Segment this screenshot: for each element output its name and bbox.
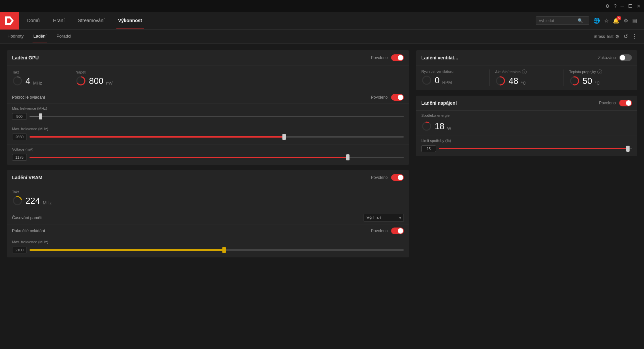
nav-streamovani[interactable]: Streamování [76, 12, 106, 29]
gpu-minfreq-value: 500 [12, 113, 27, 120]
vram-metrics-row: Takt 224 MHz [7, 185, 409, 211]
sub-nav-tabs: Hodnoty Ladění Poradci [7, 30, 72, 43]
svg-point-6 [423, 76, 431, 84]
vram-enabled-toggle[interactable] [391, 174, 404, 181]
vram-takt-gauge [12, 195, 23, 206]
gpu-advanced-label: Pokročilé ovládání [12, 95, 45, 100]
gpu-advanced-enabled-label: Povoleno [371, 95, 388, 100]
sub-nav: Hodnoty Ladění Poradci Stress Test ⚙ ↺ ⋮ [0, 30, 644, 44]
fan-temp-unit: °C [521, 81, 526, 86]
gpu-advanced-row: Pokročilé ovládání Povoleno [7, 91, 409, 103]
gpu-voltagemv-track[interactable] [30, 154, 404, 161]
svg-point-0 [13, 77, 21, 85]
restore-icon[interactable]: ⧠ [628, 3, 633, 9]
main-content: Ladění GPU Povoleno Takt [0, 44, 644, 349]
gpu-minfreq-track[interactable] [30, 113, 404, 120]
fan-enabled-toggle[interactable] [619, 54, 632, 61]
gpu-takt-metric: Takt 4 MHz [12, 70, 42, 86]
vram-takt-value: 224 [25, 196, 40, 205]
globe-icon[interactable]: 🌐 [593, 17, 600, 24]
gpu-maxfreq-value: 2650 [12, 134, 27, 140]
gpu-maxfreq-track[interactable] [30, 134, 404, 140]
notification-badge: 5 [616, 16, 621, 20]
vram-enabled-row: Povoleno [371, 174, 404, 181]
nav-vykonnost[interactable]: Výkonnost [116, 12, 144, 29]
favorites-icon[interactable]: ☆ [604, 17, 609, 24]
stress-test-label: Stress Test [594, 34, 613, 39]
vram-timing-select[interactable]: Výchozí [364, 214, 404, 222]
fan-speed-metric: Rychlost ventilátoru 0 RPM [421, 69, 490, 86]
search-input[interactable] [539, 18, 576, 23]
power-enabled-row: Povoleno [599, 100, 632, 106]
gpu-card: Ladění GPU Povoleno Takt [7, 50, 409, 165]
fan-junction-value: 50 [583, 77, 592, 85]
gpu-maxfreq-label: Max. frekvence (MHz) [12, 127, 404, 131]
vram-advanced-right: Povoleno [371, 228, 404, 234]
minimize-icon[interactable]: ─ [621, 3, 624, 9]
power-limit-value: 15 [421, 145, 436, 152]
vram-card-header: Ladění VRAM Povoleno [7, 170, 409, 185]
tab-ladeni[interactable]: Ladění [33, 30, 47, 43]
gpu-voltagemv-value: 1175 [12, 154, 27, 161]
more-options-icon[interactable]: ⋮ [632, 33, 637, 40]
vram-enabled-label: Povoleno [371, 175, 388, 180]
fan-temp-value: 48 [508, 77, 518, 85]
stress-test-button[interactable]: Stress Test ⚙ [594, 34, 620, 39]
nav-domov[interactable]: Domů [25, 12, 41, 29]
main-nav: Domů Hraní Streamování Výkonnost [19, 12, 536, 29]
fan-junction-info-icon[interactable]: ? [597, 69, 602, 74]
vram-advanced-row: Pokročilé ovládání Povoleno [7, 225, 409, 237]
gpu-takt-unit: MHz [33, 81, 42, 86]
notifications-icon[interactable]: 🔔 5 [613, 17, 620, 24]
power-consumption-metric: Spotřeba energie [416, 111, 637, 120]
fan-junction-unit: °C [595, 81, 600, 86]
vram-maxfreq-label: Max. frekvence (MHz) [12, 240, 404, 244]
vram-card-title: Ladění VRAM [12, 175, 42, 180]
vram-maxfreq-track[interactable] [30, 247, 404, 253]
fan-temp-label: Aktuální teplota [495, 70, 521, 74]
gpu-voltage-label: Napětí [75, 70, 113, 74]
vram-advanced-toggle[interactable] [391, 228, 404, 234]
power-limit-section: Limit spotřeby (%) 15 [416, 136, 637, 156]
gpu-enabled-toggle[interactable] [391, 54, 404, 61]
question-titlebar-icon[interactable]: ? [614, 3, 616, 9]
power-consumption-unit: W [447, 126, 451, 131]
fan-junction-gauge [569, 76, 580, 86]
right-column: Ladění ventilát... Zakázáno Rychlost ven… [416, 50, 637, 342]
power-limit-label: Limit spotřeby (%) [421, 139, 632, 143]
power-enabled-toggle[interactable] [619, 100, 632, 106]
gpu-enabled-row: Povoleno [371, 54, 404, 61]
tab-hodnoty[interactable]: Hodnoty [7, 30, 24, 43]
gpu-voltage-metric: Napětí 800 mV [75, 70, 113, 86]
power-limit-slider-row: 15 [421, 145, 632, 152]
gpu-minfreq-section: Min. frekvence (MHz) 500 [7, 103, 409, 124]
settings-titlebar-icon[interactable]: ⚙ [605, 3, 610, 9]
vram-timing-label: Časování paměti [12, 215, 42, 220]
power-limit-track[interactable] [439, 145, 632, 152]
header-right: 🔍 🌐 ☆ 🔔 5 ⚙ ▤ [536, 16, 644, 25]
header: Domů Hraní Streamování Výkonnost 🔍 🌐 ☆ 🔔… [0, 12, 644, 30]
close-icon[interactable]: ✕ [637, 3, 641, 9]
vram-maxfreq-value: 2100 [12, 247, 27, 253]
fan-card: Ladění ventilát... Zakázáno Rychlost ven… [416, 50, 637, 90]
nav-hrani[interactable]: Hraní [51, 12, 66, 29]
fan-speed-value: 0 [435, 76, 439, 85]
logo [0, 12, 19, 30]
vram-card: Ladění VRAM Povoleno Takt [7, 170, 409, 257]
fan-temp-info-icon[interactable]: ? [522, 69, 527, 74]
gpu-voltage-gauge [75, 76, 86, 86]
gpu-advanced-toggle[interactable] [391, 94, 404, 101]
fan-temp-metric: Aktuální teplota ? 48 °C [495, 69, 564, 86]
gpu-card-title: Ladění GPU [12, 55, 39, 60]
fan-speed-label: Rychlost ventilátoru [421, 69, 453, 73]
power-consumption-value: 18 [435, 122, 444, 131]
profile-icon[interactable]: ▤ [632, 17, 637, 24]
gear-icon[interactable]: ⚙ [624, 17, 628, 24]
gpu-voltage-value: 800 [89, 77, 103, 85]
tab-poradci[interactable]: Poradci [56, 30, 72, 43]
fan-temp-gauge [495, 76, 506, 86]
power-card-header: Ladění napájení Povoleno [416, 96, 637, 111]
search-box[interactable]: 🔍 [536, 16, 589, 25]
refresh-icon[interactable]: ↺ [624, 33, 628, 40]
vram-advanced-label: Pokročilé ovládání [12, 229, 45, 233]
